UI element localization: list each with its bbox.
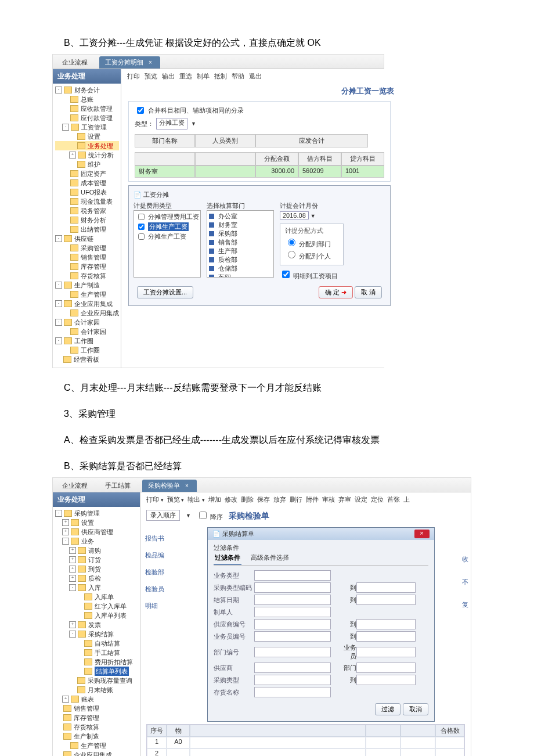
list-item[interactable]: 分摊生产工资 xyxy=(136,222,199,232)
toolbar-item[interactable]: 放弃 xyxy=(273,496,286,503)
toolbar-item[interactable]: 输出 xyxy=(162,73,175,80)
toolbar-item[interactable]: 输出 xyxy=(187,496,205,503)
toolbar-item[interactable]: 附件 xyxy=(306,496,319,503)
text-input[interactable] xyxy=(254,675,331,685)
tree-item[interactable]: -供应链 xyxy=(55,234,119,243)
setting-button[interactable]: 工资分摊设置... xyxy=(137,286,193,298)
tree-item[interactable]: 手工结算 xyxy=(55,648,138,657)
tree-item[interactable]: 企业应用集成 xyxy=(55,750,138,756)
cancel-button[interactable]: 取消 xyxy=(403,703,428,715)
tree-item[interactable]: -工资管理 xyxy=(55,123,119,132)
text-input[interactable] xyxy=(254,582,331,593)
text-input[interactable] xyxy=(254,631,331,642)
tree-item[interactable]: +请购 xyxy=(55,546,138,555)
text-input[interactable] xyxy=(254,595,331,605)
toolbar-item[interactable]: 增加 xyxy=(208,496,221,503)
detail-checkbox[interactable]: 明细到工资项目 xyxy=(280,269,344,280)
radio-dept[interactable]: 分配到部门 xyxy=(285,237,338,249)
tab-salary-detail[interactable]: 工资分摊明细 × xyxy=(99,56,160,69)
tree-item[interactable]: 销售管理 xyxy=(55,253,119,262)
tree-item[interactable]: 费用折扣结算 xyxy=(55,657,138,667)
text-input[interactable] xyxy=(356,675,416,685)
toolbar-item[interactable]: 设定 xyxy=(355,496,367,503)
toolbar-item[interactable]: 重选 xyxy=(179,73,192,80)
text-input[interactable] xyxy=(254,687,331,697)
tree-item[interactable]: 设置 xyxy=(55,132,119,141)
list-item[interactable]: 质检部 xyxy=(209,255,272,264)
list-item[interactable]: 财务室 xyxy=(209,221,272,229)
tab-advanced[interactable]: 高级条件选择 xyxy=(250,552,290,565)
toolbar-item[interactable]: 打印 xyxy=(127,73,140,80)
tree-item[interactable]: +账表 xyxy=(55,694,138,704)
list-item[interactable]: 分摊管理费用工资 xyxy=(136,212,199,222)
tree-item[interactable]: 生产制造 xyxy=(55,732,138,741)
nav-tree[interactable]: -财务会计总账应收款管理应付款管理-工资管理设置业务处理+统计分析维护固定资产成… xyxy=(53,84,121,368)
tree-item[interactable]: 存货核算 xyxy=(55,722,138,732)
list-item[interactable]: 采购部 xyxy=(209,229,272,238)
text-input[interactable] xyxy=(356,647,416,657)
tree-item[interactable]: 经营看板 xyxy=(55,355,119,364)
list-item[interactable]: 销售部 xyxy=(209,238,272,247)
tree-item[interactable]: 月末结账 xyxy=(55,685,138,694)
tree-item[interactable]: 结算单列表 xyxy=(55,667,138,676)
tree-item[interactable]: 应收款管理 xyxy=(55,104,119,113)
toolbar[interactable]: 打印预览输出重选制单抵制帮助退出 xyxy=(121,69,398,84)
text-input[interactable] xyxy=(356,595,416,605)
text-input[interactable] xyxy=(254,570,331,581)
toolbar-item[interactable]: 定位 xyxy=(371,496,384,503)
toolbar-item[interactable]: 制单 xyxy=(197,73,210,80)
tree-item[interactable]: +发票 xyxy=(55,620,138,629)
radio-person[interactable]: 分配到个人 xyxy=(285,249,338,261)
tree-item[interactable]: +供应商管理 xyxy=(55,527,138,537)
tree-item[interactable]: 企业应用集成 xyxy=(55,308,119,318)
toolbar-item[interactable]: 帮助 xyxy=(232,73,244,80)
toolbar-item[interactable]: 弃审 xyxy=(338,496,351,503)
toolbar-item[interactable]: 上 xyxy=(403,496,410,503)
tab-manual-settle[interactable]: 手工结算 xyxy=(99,480,139,492)
close-icon[interactable]: × xyxy=(185,483,189,489)
nav-tree[interactable]: -采购管理+设置+供应商管理-业务+请购+订货+到货+质检-入库入库单红字入库单… xyxy=(53,507,140,756)
text-input[interactable] xyxy=(356,631,416,642)
tree-item[interactable]: -工作圈 xyxy=(55,336,119,345)
tree-item[interactable]: 应付款管理 xyxy=(55,113,119,123)
type-select[interactable]: 分摊工资 xyxy=(156,118,187,129)
tree-item[interactable]: 维护 xyxy=(55,160,119,169)
tab-filter[interactable]: 过滤条件 xyxy=(214,552,241,565)
cancel-button[interactable]: 取 消 xyxy=(355,286,382,298)
tab-enterprise[interactable]: 企业流程 xyxy=(56,56,96,69)
tree-item[interactable]: +到货 xyxy=(55,564,138,574)
toolbar-item[interactable]: 打印 xyxy=(146,496,164,503)
tree-item[interactable]: 自动结算 xyxy=(55,639,138,648)
tree-item[interactable]: 税务管家 xyxy=(55,206,119,215)
text-input[interactable] xyxy=(254,607,331,617)
text-input[interactable] xyxy=(356,663,416,673)
tree-item[interactable]: 入库单 xyxy=(55,592,138,602)
month-select[interactable]: 2016.08 xyxy=(280,211,309,219)
toolbar-item[interactable]: 删除 xyxy=(241,496,254,503)
tree-item[interactable]: 库存管理 xyxy=(55,713,138,722)
list-item[interactable]: 车间 xyxy=(209,273,272,278)
toolbar-item[interactable]: 保存 xyxy=(257,496,270,503)
tree-item[interactable]: 出纳管理 xyxy=(55,225,119,234)
tree-item[interactable]: -入库 xyxy=(55,583,138,592)
tree-item[interactable]: -采购管理 xyxy=(55,509,138,518)
toolbar[interactable]: 打印预览输出增加修改删除保存放弃删行附件审核弃审设定定位首张上 xyxy=(140,492,471,507)
tree-item[interactable]: 成本管理 xyxy=(55,178,119,188)
text-input[interactable] xyxy=(254,647,331,657)
dept-list[interactable]: 办公室财务室采购部销售部生产部质检部仓储部车间厂部 xyxy=(207,210,274,278)
tree-item[interactable]: 现金流量表 xyxy=(55,197,119,206)
tab-enterprise[interactable]: 企业流程 xyxy=(56,480,96,492)
toolbar-item[interactable]: 删行 xyxy=(290,496,302,503)
close-icon[interactable]: × xyxy=(414,530,430,538)
tree-item[interactable]: -财务会计 xyxy=(55,85,119,95)
tree-item[interactable]: 库存管理 xyxy=(55,262,119,271)
tree-item[interactable]: +质检 xyxy=(55,574,138,583)
tree-item[interactable]: 采购现存量查询 xyxy=(55,676,138,685)
list-item[interactable]: 生产部 xyxy=(209,247,272,255)
text-input[interactable] xyxy=(254,663,331,673)
filter-button[interactable]: 过滤 xyxy=(375,703,400,715)
tree-item[interactable]: 会计家园 xyxy=(55,327,119,336)
tab-purchase-inspect[interactable]: 采购检验单 × xyxy=(142,480,197,492)
toolbar-item[interactable]: 退出 xyxy=(249,73,262,80)
tree-item[interactable]: -采购结算 xyxy=(55,629,138,639)
